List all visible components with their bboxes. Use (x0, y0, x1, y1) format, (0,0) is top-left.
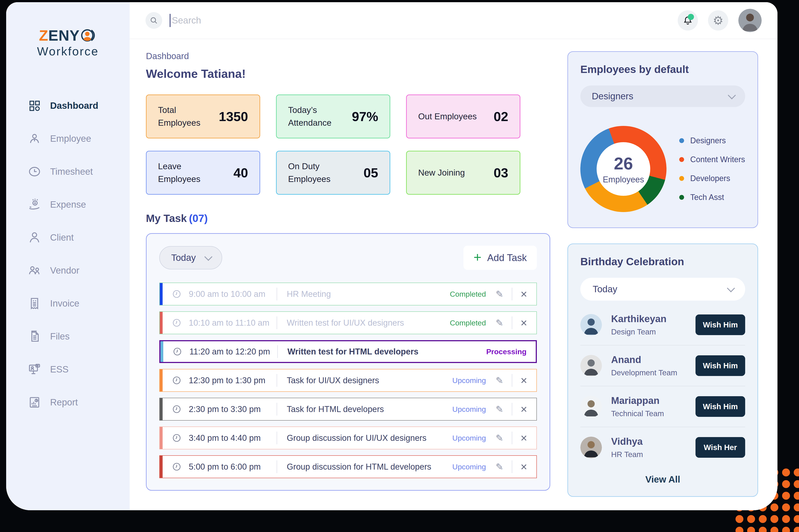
task-status: Completed (450, 290, 486, 299)
sidebar-item-report[interactable]: Report (6, 386, 130, 419)
task-title: Task for UI/UX designers (287, 376, 452, 385)
task-title: Group discussion for UI/UX designers (287, 433, 452, 443)
files-icon (28, 330, 41, 343)
sidebar-item-vendor[interactable]: Vendor (6, 254, 130, 287)
search-icon[interactable] (146, 12, 162, 29)
wish-button[interactable]: Wish Him (696, 315, 745, 335)
birthday-name: Anand (611, 354, 677, 365)
birthday-team: HR Team (611, 450, 643, 459)
divider (277, 432, 277, 444)
brand-letters: ENY (48, 27, 80, 44)
task-status: Upcoming (452, 405, 486, 414)
divider (512, 432, 512, 444)
sidebar-item-timesheet[interactable]: Timesheet (6, 155, 130, 188)
sidebar-item-expense[interactable]: Expense (6, 188, 130, 221)
edit-icon[interactable]: ✎ (496, 404, 503, 415)
wish-button[interactable]: Wish Him (696, 396, 745, 417)
task-status: Upcoming (452, 434, 486, 442)
sidebar-item-dashboard[interactable]: Dashboard (6, 89, 130, 122)
clock-icon (172, 462, 181, 471)
task-title: Group discussion for HTML developers (287, 462, 452, 472)
stat-value: 02 (494, 109, 508, 124)
sidebar-item-label: ESS (50, 364, 69, 375)
add-task-label: Add Task (487, 252, 527, 263)
task-time: 12:30 pm to 1:30 pm (189, 376, 277, 385)
task-title: Written test for UI/UX designers (287, 318, 450, 328)
avatar (581, 314, 602, 336)
sidebar-item-label: Timesheet (50, 166, 93, 177)
sidebar-item-files[interactable]: Files (6, 320, 130, 353)
task-time: 5:00 pm to 6:00 pm (189, 462, 277, 472)
stats-grid: Total Employees 1350 Today’s Attendance … (146, 94, 550, 195)
birthday-row: Vidhya HR Team Wish Her (581, 427, 745, 468)
sidebar-item-label: Report (50, 397, 78, 407)
birthday-filter-dropdown[interactable]: Today (581, 278, 745, 301)
employees-panel: Employees by default Designers 26 Employ… (567, 51, 758, 228)
edit-icon[interactable]: ✎ (496, 289, 503, 300)
sidebar: ZENY Workforce Dashboard Employ (6, 2, 130, 510)
sidebar-item-employee[interactable]: Employee (6, 122, 130, 155)
edit-icon[interactable]: ✎ (496, 318, 503, 328)
wish-button[interactable]: Wish Her (696, 437, 745, 458)
sidebar-item-client[interactable]: Client (6, 221, 130, 254)
sidebar-item-label: Files (50, 331, 70, 342)
sidebar-nav: Dashboard Employee Timesheet Expense Cli… (6, 89, 130, 419)
user-avatar[interactable] (738, 9, 762, 32)
stat-value: 97% (352, 109, 378, 124)
legend-item: Designers (679, 136, 745, 145)
avatar (581, 396, 602, 417)
task-filter-dropdown[interactable]: Today (159, 246, 222, 269)
delete-icon[interactable]: × (520, 317, 527, 328)
divider (512, 403, 512, 416)
birthday-name: Mariappan (611, 395, 664, 406)
delete-icon[interactable]: × (520, 288, 527, 300)
wish-button[interactable]: Wish Him (696, 355, 745, 376)
employees-panel-title: Employees by default (581, 63, 745, 75)
task-title: HR Meeting (287, 289, 450, 299)
task-accent-bar (160, 456, 163, 478)
edit-icon[interactable]: ✎ (496, 433, 503, 443)
stat-label: Leave Employees (158, 160, 220, 186)
donut-chart: 26 Employees (581, 126, 666, 212)
employees-category-dropdown[interactable]: Designers (581, 86, 745, 107)
birthday-name: Vidhya (611, 436, 643, 447)
task-status: Processing (486, 347, 527, 356)
notifications-button[interactable] (678, 10, 698, 31)
divider (277, 317, 277, 329)
task-status: Upcoming (452, 376, 486, 385)
legend-item: Tech Asst (679, 193, 745, 202)
birthday-panel-title: Birthday Celebration (581, 255, 745, 268)
birthday-list: Karthikeyan Design Team Wish Him Anand D… (581, 305, 745, 468)
clock-icon (172, 376, 181, 385)
brand-letter-z: Z (39, 27, 48, 44)
task-time: 3:40 pm to 4:40 pm (189, 433, 277, 443)
task-title: Task for HTML developers (287, 404, 452, 414)
search-input[interactable] (172, 15, 326, 26)
task-accent-bar (160, 427, 163, 449)
clock-icon (172, 318, 181, 327)
clock-icon (172, 404, 181, 414)
birthday-row: Mariappan Technical Team Wish Him (581, 386, 745, 427)
birthday-dropdown-value: Today (593, 284, 617, 294)
task-row: 11:20 am to 12:20 pm Written test for HT… (159, 340, 537, 363)
settings-button[interactable]: ⚙ (708, 10, 728, 31)
task-row: 3:40 pm to 4:40 pm Group discussion for … (159, 426, 537, 449)
sidebar-item-ess[interactable]: ESS (6, 353, 130, 386)
stat-card-on-duty-employees: On Duty Employees 05 (276, 151, 390, 195)
add-task-button[interactable]: + Add Task (463, 246, 537, 270)
legend-dot (679, 176, 684, 181)
delete-icon[interactable]: × (520, 375, 527, 386)
invoice-icon (28, 297, 41, 310)
delete-icon[interactable]: × (520, 432, 527, 444)
sidebar-item-invoice[interactable]: Invoice (6, 287, 130, 320)
edit-icon[interactable]: ✎ (496, 461, 503, 472)
stat-card-todays-attendance: Today’s Attendance 97% (276, 94, 390, 138)
task-accent-bar (160, 369, 163, 391)
edit-icon[interactable]: ✎ (496, 375, 503, 386)
sidebar-item-label: Employee (50, 133, 91, 144)
delete-icon[interactable]: × (520, 461, 527, 472)
delete-icon[interactable]: × (520, 403, 527, 415)
task-row: 2:30 pm to 3:30 pm Task for HTML develop… (159, 398, 537, 421)
view-all-link[interactable]: View All (581, 468, 745, 485)
sidebar-item-label: Expense (50, 199, 86, 210)
